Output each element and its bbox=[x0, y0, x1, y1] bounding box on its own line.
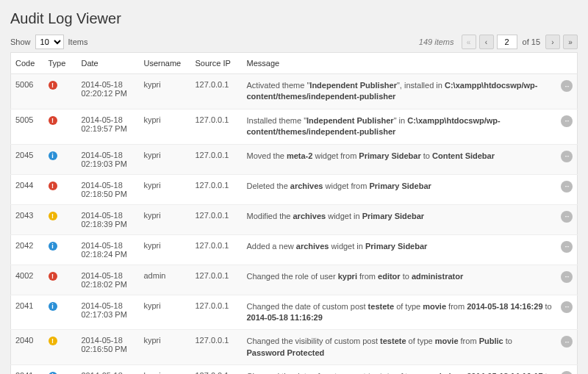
show-label: Show bbox=[10, 37, 31, 46]
cell-code: 4002 bbox=[11, 265, 44, 295]
cell-sourceip: 127.0.0.1 bbox=[191, 109, 243, 144]
page-number-input[interactable] bbox=[497, 35, 517, 49]
row-actions-button[interactable]: ··· bbox=[561, 336, 573, 348]
cell-date: 2014-05-18 02:16:50 PM bbox=[77, 330, 140, 365]
col-header-message[interactable]: Message bbox=[243, 53, 557, 74]
items-label: Items bbox=[68, 37, 88, 46]
cell-sourceip: 127.0.0.1 bbox=[191, 330, 243, 365]
cell-type: i bbox=[44, 144, 77, 174]
table-row: 5006!2014-05-18 02:20:12 PMkypri127.0.0.… bbox=[11, 74, 578, 109]
cell-date: 2014-05-18 02:20:12 PM bbox=[77, 74, 140, 109]
row-actions-button[interactable]: ··· bbox=[561, 271, 573, 283]
pager-top: 149 items « ‹ of 15 › » bbox=[419, 35, 578, 49]
page-of-label: of 15 bbox=[523, 37, 540, 46]
cell-message: Changed the role of user kypri from edit… bbox=[243, 265, 557, 295]
table-row: 5005!2014-05-18 02:19:57 PMkypri127.0.0.… bbox=[11, 109, 578, 144]
cell-date: 2014-05-18 02:18:24 PM bbox=[77, 234, 140, 265]
table-row: 2044!2014-05-18 02:18:50 PMkypri127.0.0.… bbox=[11, 174, 578, 204]
col-header-type[interactable]: Type bbox=[44, 53, 77, 74]
cell-type: ! bbox=[44, 174, 77, 204]
type-blue-icon: i bbox=[49, 302, 57, 311]
cell-username: kypri bbox=[140, 174, 191, 204]
cell-sourceip: 127.0.0.1 bbox=[191, 144, 243, 174]
cell-actions: ··· bbox=[556, 330, 578, 365]
row-actions-button[interactable]: ··· bbox=[561, 151, 573, 162]
col-header-actions bbox=[556, 53, 578, 74]
cell-date: 2014-05-18 02:16:29 PM bbox=[77, 365, 140, 374]
table-row: 4002!2014-05-18 02:18:02 PMadmin127.0.0.… bbox=[11, 265, 578, 295]
cell-code: 2040 bbox=[11, 330, 44, 365]
cell-code: 2041 bbox=[11, 365, 44, 374]
type-blue-icon: i bbox=[49, 242, 57, 251]
items-per-page-select[interactable]: 10 bbox=[35, 35, 64, 49]
col-header-date[interactable]: Date bbox=[77, 53, 140, 74]
cell-type: i bbox=[44, 295, 77, 330]
row-actions-button[interactable]: ··· bbox=[561, 80, 573, 92]
cell-message: Moved the meta-2 widget from Primary Sid… bbox=[243, 144, 557, 174]
row-actions-button[interactable]: ··· bbox=[561, 301, 573, 313]
cell-date: 2014-05-18 02:18:02 PM bbox=[77, 265, 140, 295]
type-yellow-icon: ! bbox=[49, 337, 57, 345]
col-header-username[interactable]: Username bbox=[140, 53, 191, 74]
cell-date: 2014-05-18 02:19:03 PM bbox=[77, 144, 140, 174]
cell-code: 2042 bbox=[11, 234, 44, 265]
col-header-code[interactable]: Code bbox=[11, 53, 44, 74]
cell-message: Changed the date of custom post testete … bbox=[243, 295, 557, 330]
cell-username: admin bbox=[140, 265, 191, 295]
cell-username: kypri bbox=[140, 295, 191, 330]
table-row: 2040!2014-05-18 02:16:50 PMkypri127.0.0.… bbox=[11, 330, 578, 365]
audit-log-table: Code Type Date Username Source IP Messag… bbox=[10, 52, 578, 374]
prev-page-button[interactable]: ‹ bbox=[479, 35, 494, 49]
next-page-button[interactable]: › bbox=[545, 35, 560, 49]
cell-code: 2041 bbox=[11, 295, 44, 330]
cell-username: kypri bbox=[140, 74, 191, 109]
cell-username: kypri bbox=[140, 234, 191, 265]
cell-sourceip: 127.0.0.1 bbox=[191, 265, 243, 295]
type-red-icon: ! bbox=[49, 272, 57, 281]
cell-message: Installed theme "Independent Publisher" … bbox=[243, 109, 557, 144]
cell-date: 2014-05-18 02:18:50 PM bbox=[77, 174, 140, 204]
cell-message: Modified the archives widget in Primary … bbox=[243, 204, 557, 234]
row-actions-button[interactable]: ··· bbox=[561, 241, 573, 253]
row-actions-button[interactable]: ··· bbox=[561, 211, 573, 223]
row-actions-button[interactable]: ··· bbox=[561, 371, 573, 374]
first-page-button[interactable]: « bbox=[462, 35, 476, 49]
cell-actions: ··· bbox=[556, 234, 578, 265]
cell-message: Added a new archives widget in Primary S… bbox=[243, 234, 557, 265]
table-row: 2041i2014-05-18 02:17:03 PMkypri127.0.0.… bbox=[11, 295, 578, 330]
tablenav-top: Show 10 Items 149 items « ‹ of 15 › » bbox=[10, 35, 578, 49]
cell-code: 5005 bbox=[11, 109, 44, 144]
cell-actions: ··· bbox=[556, 265, 578, 295]
cell-message: Changed the visibility of custom post te… bbox=[243, 330, 557, 365]
cell-actions: ··· bbox=[556, 295, 578, 330]
cell-code: 2043 bbox=[11, 204, 44, 234]
cell-date: 2014-05-18 02:19:57 PM bbox=[77, 109, 140, 144]
cell-username: kypri bbox=[140, 109, 191, 144]
cell-username: kypri bbox=[140, 330, 191, 365]
cell-type: ! bbox=[44, 330, 77, 365]
cell-sourceip: 127.0.0.1 bbox=[191, 174, 243, 204]
total-items-label: 149 items bbox=[419, 37, 454, 46]
cell-username: kypri bbox=[140, 144, 191, 174]
cell-username: kypri bbox=[140, 365, 191, 374]
cell-actions: ··· bbox=[556, 204, 578, 234]
cell-sourceip: 127.0.0.1 bbox=[191, 204, 243, 234]
cell-type: i bbox=[44, 365, 77, 374]
cell-date: 2014-05-18 02:17:03 PM bbox=[77, 295, 140, 330]
cell-actions: ··· bbox=[556, 174, 578, 204]
cell-type: i bbox=[44, 234, 77, 265]
page-title: Audit Log Viewer bbox=[10, 10, 578, 27]
row-actions-button[interactable]: ··· bbox=[561, 115, 573, 127]
cell-type: ! bbox=[44, 204, 77, 234]
type-blue-icon: i bbox=[49, 151, 57, 160]
col-header-sourceip[interactable]: Source IP bbox=[191, 53, 243, 74]
last-page-button[interactable]: » bbox=[563, 35, 578, 49]
table-row: 2041i2014-05-18 02:16:29 PMkypri127.0.0.… bbox=[11, 365, 578, 374]
type-red-icon: ! bbox=[49, 181, 57, 190]
row-actions-button[interactable]: ··· bbox=[561, 181, 573, 193]
cell-sourceip: 127.0.0.1 bbox=[191, 295, 243, 330]
table-row: 2042i2014-05-18 02:18:24 PMkypri127.0.0.… bbox=[11, 234, 578, 265]
table-row: 2043!2014-05-18 02:18:39 PMkypri127.0.0.… bbox=[11, 204, 578, 234]
cell-sourceip: 127.0.0.1 bbox=[191, 365, 243, 374]
cell-type: ! bbox=[44, 74, 77, 109]
